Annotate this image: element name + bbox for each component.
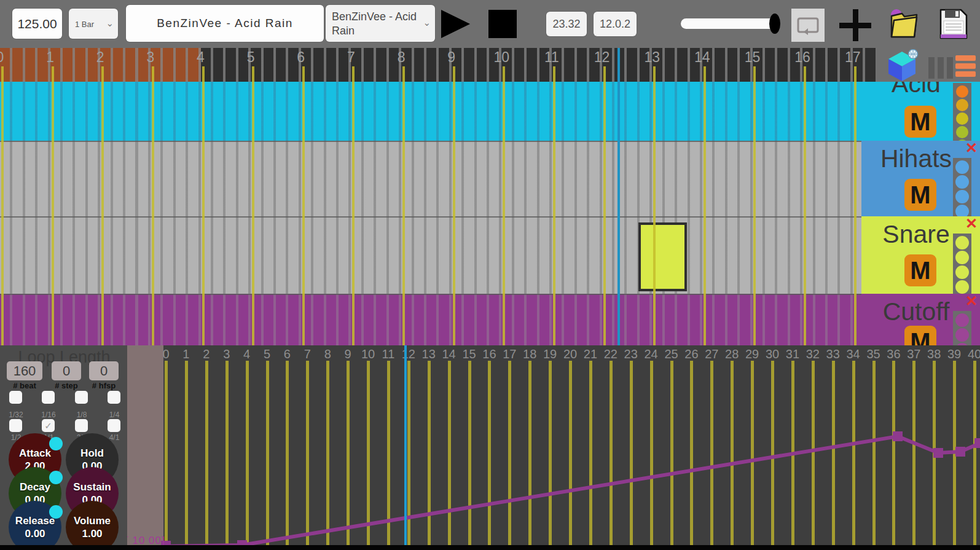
bar-gridline [302, 66, 305, 345]
step-gridline [953, 361, 956, 545]
step-gridline [771, 361, 774, 545]
meter-dot [956, 99, 968, 111]
step-gridline [286, 361, 289, 545]
step-number: 37 [907, 347, 920, 361]
level-meter [953, 83, 971, 141]
tempo-input[interactable]: 125.00 [12, 9, 62, 39]
step-number: 18 [523, 347, 536, 361]
close-icon[interactable]: ✕ [965, 216, 978, 231]
loop-field-beat[interactable]: 160 [7, 361, 42, 380]
bar-gridline [854, 66, 857, 345]
cube-3d-icon[interactable] [885, 49, 920, 85]
open-folder-icon[interactable] [888, 9, 919, 42]
mute-button[interactable]: M [904, 106, 936, 138]
bar-gridline [352, 66, 355, 345]
loop-field-step[interactable]: 0 [52, 361, 81, 380]
level-meter [953, 311, 971, 345]
columns-icon[interactable] [928, 57, 956, 81]
preset-select[interactable]: BenZinVee - Acid Rain ⌄ [326, 5, 435, 42]
bar-gridline [753, 66, 756, 345]
step-gridline [326, 361, 329, 545]
meter-dot [955, 280, 969, 294]
bar-number: 5 [247, 49, 255, 66]
bar-number: 1 [46, 49, 54, 66]
track-header-snare[interactable]: Snare✕M [861, 216, 980, 294]
bar-gridline [52, 66, 54, 345]
mute-button[interactable]: M [904, 179, 936, 211]
quantize-label: 1/32 [2, 411, 29, 419]
step-gridline [812, 361, 815, 545]
play-icon[interactable] [441, 10, 470, 38]
step-gridline [852, 361, 855, 545]
orange-menu-icon[interactable] [955, 55, 976, 79]
bar-length-select[interactable]: 1 Bar ⌄ [69, 9, 118, 39]
step-number: 16 [482, 347, 496, 361]
step-gridline [508, 361, 511, 545]
bar-gridline [101, 66, 104, 345]
track-lane-cutoff[interactable] [0, 294, 980, 345]
quantize-checkbox-2-1[interactable] [75, 419, 88, 432]
loop-return-icon[interactable] [791, 9, 825, 42]
quantize-checkbox-1-2[interactable] [9, 419, 22, 432]
bar-gridline [453, 66, 455, 345]
loop-field-hfsp[interactable]: 0 [89, 361, 119, 380]
quantize-checkbox-1-1[interactable]: ✓ [42, 419, 55, 432]
quantize-checkbox-1-8[interactable] [75, 391, 88, 404]
step-number: 2 [203, 347, 210, 361]
playhead-bottom[interactable] [404, 345, 407, 545]
meter-dot [955, 236, 969, 249]
quantize-checkbox-4-1[interactable] [108, 419, 120, 432]
step-number: 6 [284, 347, 291, 361]
step-number: 30 [766, 347, 779, 361]
step-gridline [165, 361, 168, 545]
mute-button[interactable]: M [904, 326, 936, 345]
step-number: 26 [684, 347, 698, 361]
step-gridline [488, 361, 491, 545]
step-number: 28 [725, 347, 739, 361]
track-lane-acid[interactable] [0, 82, 980, 141]
quantize-checkbox-1-4[interactable] [108, 391, 120, 404]
knob-label: Attack [19, 447, 51, 460]
bar-ruler[interactable]: 01234567891011121314151617 [0, 48, 877, 82]
playhead-top[interactable] [617, 48, 620, 345]
plus-icon[interactable] [839, 9, 871, 41]
position-display[interactable]: 12.0.2 [594, 12, 637, 36]
volume-slider[interactable] [681, 18, 775, 29]
track-lane-snare[interactable] [0, 216, 980, 295]
bar-number: 16 [794, 49, 810, 66]
mod-dot[interactable] [49, 471, 63, 484]
bar-number: 15 [745, 49, 761, 66]
chevron-down-icon: ⌄ [106, 18, 114, 29]
step-gridline [872, 361, 876, 545]
step-gridline [428, 361, 431, 545]
knob-volume[interactable]: Volume1.00 [66, 501, 119, 550]
bar-gridline [402, 66, 405, 345]
mute-button[interactable]: M [904, 254, 936, 286]
mod-dot[interactable] [49, 437, 63, 450]
step-gridline [710, 361, 713, 545]
step-gridline [367, 361, 370, 545]
track-header-hihats[interactable]: Hihats✕M [861, 141, 980, 216]
snare-clip[interactable] [638, 222, 687, 291]
track-header-cutoff[interactable]: Cutoff✕M [861, 294, 980, 345]
step-number: 5 [264, 347, 270, 361]
time-display[interactable]: 23.32 [546, 12, 587, 36]
meter-dot [955, 205, 969, 216]
step-gridline [205, 361, 208, 545]
step-gridline [832, 361, 835, 545]
step-number: 9 [345, 347, 351, 361]
track-header-acid[interactable]: AcidM [861, 82, 980, 141]
volume-slider-thumb[interactable] [769, 14, 780, 34]
stop-icon[interactable] [488, 10, 517, 38]
track-lane-hihats[interactable] [0, 141, 980, 218]
step-number: 32 [806, 347, 820, 361]
mod-dot[interactable] [49, 505, 63, 519]
close-icon[interactable]: ✕ [965, 294, 978, 308]
quantize-checkbox-1-16[interactable] [42, 391, 55, 404]
bar-number: 10 [494, 49, 510, 66]
save-disk-icon[interactable] [939, 8, 968, 42]
close-icon[interactable]: ✕ [965, 141, 978, 155]
quantize-checkbox-1-32[interactable] [9, 391, 22, 404]
song-name-input[interactable]: BenZinVee - Acid Rain [126, 5, 324, 42]
bar-gridline [252, 66, 254, 345]
